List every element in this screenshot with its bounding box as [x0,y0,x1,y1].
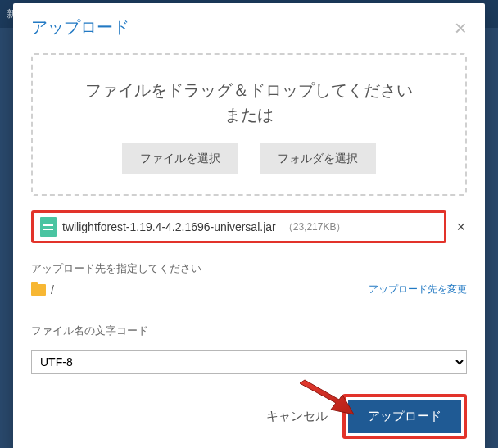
dropzone-line2: または [33,102,465,127]
upload-button[interactable]: アップロード [348,400,461,433]
dropzone-buttons: ファイルを選択 フォルダを選択 [33,143,465,174]
dropzone-message: ファイルをドラッグ＆ドロップしてください または [33,78,465,127]
close-icon[interactable]: × [455,17,467,38]
folder-icon [31,284,46,296]
modal-footer: キャンセル アップロード [13,374,485,448]
cancel-button[interactable]: キャンセル [266,409,328,424]
selected-file-row: twilightforest-1.19.4-4.2.1696-universal… [31,210,467,243]
remove-file-icon[interactable]: × [455,219,467,236]
destination-section: アップロード先を指定してください / アップロード先を変更 [31,261,467,305]
select-file-button[interactable]: ファイルを選択 [122,143,238,174]
destination-path-text: / [51,283,54,296]
selected-file-size: （23,217KB） [283,220,346,234]
destination-label: アップロード先を指定してください [31,261,467,276]
encoding-section: ファイル名の文字コード UTF-8 [31,324,467,374]
destination-row: / アップロード先を変更 [31,283,467,305]
encoding-label: ファイル名の文字コード [31,324,467,338]
file-icon [40,217,57,237]
change-destination-link[interactable]: アップロード先を変更 [369,283,467,296]
dropzone[interactable]: ファイルをドラッグ＆ドロップしてください または ファイルを選択 フォルダを選択 [31,53,467,196]
upload-modal: アップロード × ファイルをドラッグ＆ドロップしてください または ファイルを選… [13,3,485,448]
dropzone-line1: ファイルをドラッグ＆ドロップしてください [33,78,465,102]
modal-title: アップロード [31,16,129,38]
destination-path: / [31,283,54,296]
encoding-select[interactable]: UTF-8 [31,350,467,374]
select-folder-button[interactable]: フォルダを選択 [260,143,376,174]
modal-header: アップロード × [13,3,485,53]
selected-file-name: twilightforest-1.19.4-4.2.1696-universal… [62,220,276,233]
selected-file-highlight: twilightforest-1.19.4-4.2.1696-universal… [31,210,446,243]
modal-overlay: アップロード × ファイルをドラッグ＆ドロップしてください または ファイルを選… [0,0,498,448]
upload-button-highlight: アップロード [342,394,467,439]
